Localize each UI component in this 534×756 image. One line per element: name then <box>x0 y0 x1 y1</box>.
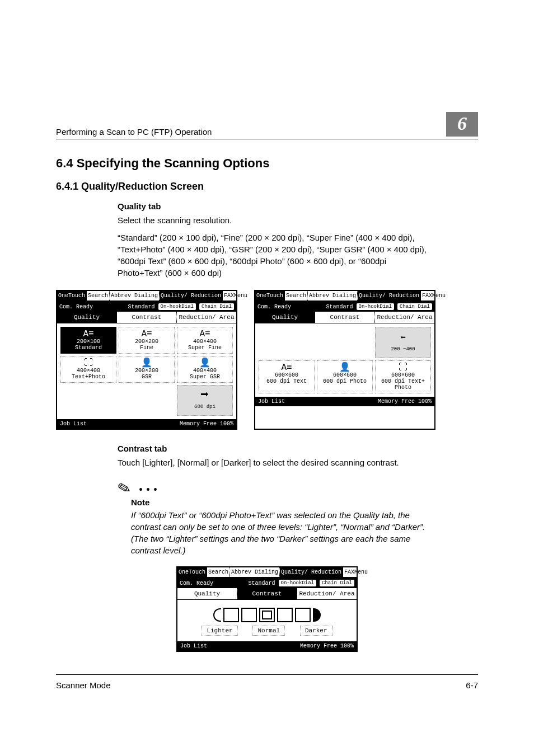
memory-free-label: Memory Free 100% <box>180 421 233 427</box>
opt-super-gsr[interactable]: 👤 400×400 Super GSR <box>177 356 233 383</box>
tab-quality-reduction[interactable]: Quality/ Reduction <box>280 567 343 577</box>
lcd-status-bar: Com. Ready Standard On-hookDial Chain Di… <box>177 578 357 588</box>
tab-abbrev[interactable]: Abbrev Dialing <box>308 291 358 300</box>
tab-faxmenu[interactable]: FAXMenu <box>421 291 447 300</box>
photo-icon: 👤 <box>318 363 371 372</box>
contrast-step-3-selected[interactable] <box>259 608 275 622</box>
arrow-next-page[interactable]: ⮕ 600 dpi <box>177 385 233 416</box>
contrast-step-5[interactable] <box>295 608 311 622</box>
btn-onhook-dial[interactable]: On-hookDial <box>279 580 316 586</box>
tab-abbrev[interactable]: Abbrev Dialing <box>110 291 160 300</box>
lcd-status-bar: Com. Ready Standard On-hookDial Chain Di… <box>57 302 236 312</box>
status-com-ready: Com. Ready <box>257 304 323 310</box>
text-a-icon: A≡ <box>179 330 231 339</box>
memory-free-label: Memory Free 100% <box>378 398 432 405</box>
running-header: Performing a Scan to PC (FTP) Operation … <box>56 112 478 139</box>
tab-onetouch[interactable]: OneTouch <box>177 567 207 577</box>
btn-lighter[interactable]: Lighter <box>202 626 237 636</box>
chapter-number-box: 6 <box>446 112 478 137</box>
subtab-quality[interactable]: Quality <box>177 588 237 599</box>
opt-600-photo[interactable]: 👤 600×600 600 dpi Photo <box>317 360 373 393</box>
lighter-end-icon <box>213 608 221 622</box>
subtab-contrast[interactable]: Contrast <box>117 312 177 323</box>
btn-chain-dial[interactable]: Chain Dial <box>397 303 432 310</box>
opt-c600: 600×600 <box>391 372 415 378</box>
opt-b600: 600×600 <box>333 372 357 378</box>
tab-search[interactable]: Search <box>285 291 308 300</box>
tab-faxmenu[interactable]: FAXMenu <box>223 291 249 300</box>
note-block: ✎ ••• Note If “600dpi Text” or “600dpi P… <box>118 481 478 556</box>
tab-quality-reduction[interactable]: Quality/ Reduction <box>358 291 421 300</box>
opt-standard-label: Standard <box>75 345 102 351</box>
opt-tp-label: Text+Photo <box>72 374 105 380</box>
section-heading: 6.4 Specifying the Scanning Options <box>56 156 478 171</box>
opt-600-text[interactable]: A≡ 600×600 600 dpi Text <box>259 360 315 393</box>
lcd-footer: Job List Memory Free 100% <box>255 397 434 406</box>
opt-text-photo[interactable]: ⛶ 400×400 Text+Photo <box>60 356 116 383</box>
subtab-reduction[interactable]: Reduction/ Area <box>177 312 236 323</box>
tab-quality-reduction[interactable]: Quality/ Reduction <box>160 291 223 300</box>
tab-abbrev[interactable]: Abbrev Dialing <box>230 567 280 577</box>
status-standard: Standard <box>128 304 155 310</box>
subtab-reduction[interactable]: Reduction/ Area <box>297 588 357 599</box>
subsection-heading: 6.4.1 Quality/Reduction Screen <box>56 181 478 192</box>
btn-chain-dial[interactable]: Chain Dial <box>320 580 354 586</box>
tab-onetouch[interactable]: OneTouch <box>57 291 87 300</box>
opt-600tp-label: 600 dpi Text+ Photo <box>381 378 425 391</box>
quality-screens-row: OneTouch Search Abbrev Dialing Quality/ … <box>56 290 478 430</box>
darker-end-icon <box>313 608 321 622</box>
footer-page-number: 6-7 <box>466 680 478 690</box>
tab-faxmenu[interactable]: FAXMenu <box>343 567 369 577</box>
opt-sgsr-sub: 400×400 <box>193 368 217 374</box>
btn-normal[interactable]: Normal <box>252 626 285 636</box>
opt-sgsr-label: Super GSR <box>190 374 220 380</box>
opt-sf-sub: 400×400 <box>193 339 217 345</box>
btn-job-list[interactable]: Job List <box>180 643 207 649</box>
subtab-contrast[interactable]: Contrast <box>237 588 297 599</box>
tab-onetouch[interactable]: OneTouch <box>255 291 285 300</box>
note-label: Note <box>131 497 478 507</box>
tab-search[interactable]: Search <box>87 291 110 300</box>
subtab-reduction[interactable]: Reduction/ Area <box>375 312 434 323</box>
contrast-scale <box>177 600 357 626</box>
status-standard: Standard <box>326 304 353 310</box>
contrast-body: Touch [Lighter], [Normal] or [Darker] to… <box>118 457 431 468</box>
footer-left: Scanner Mode <box>56 680 111 690</box>
lcd-top-tabs: OneTouch Search Abbrev Dialing Quality/ … <box>255 291 434 302</box>
subtab-quality[interactable]: Quality <box>57 312 117 323</box>
opt-fine[interactable]: A≡ 200×200 Fine <box>119 327 175 354</box>
arrow-left-icon: ⬅ <box>400 333 406 343</box>
arrow-prev-page[interactable]: ⬅ 200 ~400 <box>375 327 431 358</box>
arrow-sub: 200 ~400 <box>391 346 415 352</box>
lcd-top-tabs: OneTouch Search Abbrev Dialing Quality/ … <box>57 291 236 302</box>
opt-600-text-photo[interactable]: ⛶ 600×600 600 dpi Text+ Photo <box>375 360 431 393</box>
tab-search[interactable]: Search <box>207 567 230 577</box>
text-photo-icon: ⛶ <box>377 363 429 372</box>
contrast-step-4[interactable] <box>277 608 293 622</box>
quality-tab-title: Quality tab <box>118 201 431 211</box>
subtab-contrast[interactable]: Contrast <box>315 312 375 323</box>
text-photo-icon: ⛶ <box>62 359 115 368</box>
btn-onhook-dial[interactable]: On-hookDial <box>158 303 196 310</box>
contrast-step-1[interactable] <box>223 608 239 622</box>
photo-icon: 👤 <box>179 359 231 368</box>
quality-options-grid-1: A≡ 200×100 Standard A≡ 200×200 Fine A≡ 4… <box>57 323 236 419</box>
btn-job-list[interactable]: Job List <box>258 398 285 405</box>
btn-darker[interactable]: Darker <box>300 626 332 636</box>
quality-detail: “Standard” (200 × 100 dpi), “Fine” (200 … <box>118 232 431 279</box>
opt-super-fine[interactable]: A≡ 400×400 Super Fine <box>177 327 233 354</box>
btn-job-list[interactable]: Job List <box>60 421 87 427</box>
contrast-step-2[interactable] <box>241 608 257 622</box>
text-a-icon: A≡ <box>120 330 173 339</box>
btn-onhook-dial[interactable]: On-hookDial <box>357 303 394 310</box>
btn-chain-dial[interactable]: Chain Dial <box>199 303 234 310</box>
opt-fine-label: Fine <box>140 345 153 351</box>
opt-gsr[interactable]: 👤 200×200 GSR <box>119 356 175 383</box>
subtab-quality[interactable]: Quality <box>255 312 315 323</box>
photo-icon: 👤 <box>120 359 173 368</box>
note-body: If “600dpi Text” or “600dpi Photo+Text” … <box>131 509 433 556</box>
status-standard: Standard <box>249 580 275 586</box>
opt-standard[interactable]: A≡ 200×100 Standard <box>60 327 116 354</box>
lcd-footer: Job List Memory Free 100% <box>57 419 236 429</box>
lcd-status-bar: Com. Ready Standard On-hookDial Chain Di… <box>255 302 434 312</box>
